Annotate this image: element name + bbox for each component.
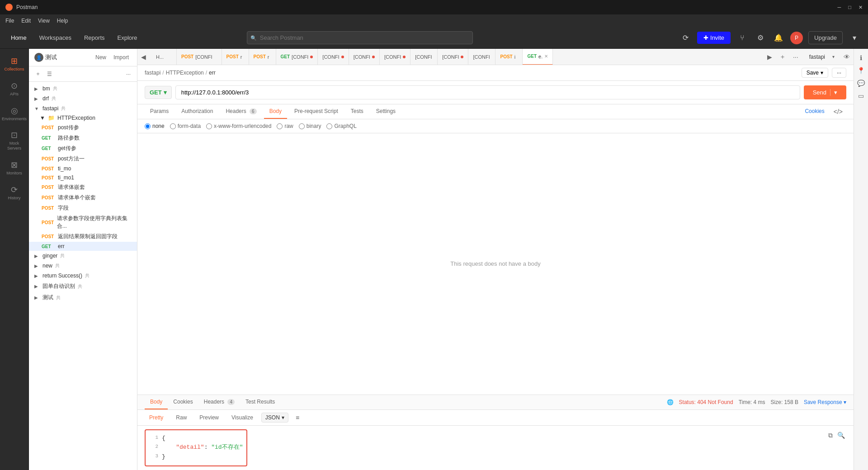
tab-confi-5[interactable]: [CONFI [410, 49, 438, 65]
menu-view[interactable]: View [38, 18, 50, 24]
tab-post-r1[interactable]: POST r [222, 49, 249, 65]
import-button[interactable]: Import [111, 52, 132, 62]
resp-tab-headers[interactable]: Headers 4 [198, 395, 240, 409]
close-button[interactable]: ✕ [859, 5, 863, 10]
more-actions-button[interactable]: ··· [832, 68, 846, 78]
sync-icon[interactable]: ⟳ [679, 32, 692, 44]
list-item[interactable]: POSTpost传参 [29, 122, 137, 133]
body-type-binary[interactable]: binary [299, 123, 321, 129]
search-input[interactable] [247, 31, 473, 44]
save-response-button[interactable]: Save Response ▾ [804, 399, 846, 405]
tab-confi-2[interactable]: [CONFI [318, 49, 349, 65]
list-item[interactable]: POST请求参数字段使用字典列表集合... [29, 213, 137, 231]
expand-icon[interactable]: ▾ [848, 32, 861, 44]
send-dropdown-arrow[interactable]: ▾ [830, 89, 837, 96]
tab-get-confi[interactable]: GET [CONFI [276, 49, 318, 65]
list-item[interactable]: POST返回结果限制返回固字段 [29, 231, 137, 242]
cookies-link[interactable]: Cookies [801, 104, 828, 119]
nav-explore[interactable]: Explore [114, 33, 141, 43]
folder-httpexception[interactable]: ▼ 📁 HTTPException [29, 113, 137, 122]
new-collection-button[interactable]: New [93, 52, 109, 62]
notifications-icon[interactable]: 🔔 [772, 32, 785, 44]
nav-reports[interactable]: Reports [80, 33, 108, 43]
tab-forward-button[interactable]: ▶ [764, 49, 776, 65]
list-item[interactable]: POST请求体单个嵌套 [29, 193, 137, 203]
resp-tab-body[interactable]: Body [145, 395, 168, 409]
send-button[interactable]: Send ▾ [804, 85, 846, 99]
save-button[interactable]: Save ▾ [802, 68, 828, 78]
sidebar-item-collections[interactable]: ⊞ Collections [2, 52, 27, 75]
collection-ginger[interactable]: ▶ ginger 共 [29, 251, 137, 261]
tab-back-button[interactable]: ◀ [137, 49, 150, 65]
list-item-err[interactable]: GETerr [29, 242, 137, 251]
body-type-raw[interactable]: raw [277, 123, 293, 129]
tab-post-i[interactable]: POST i [495, 49, 523, 65]
tab-confi-4[interactable]: [CONFI [380, 49, 410, 65]
list-item[interactable]: POSTpost方法一 [29, 154, 137, 164]
tab-post-r2[interactable]: POST r [249, 49, 276, 65]
breadcrumb-fastapi[interactable]: fastapi [145, 70, 160, 76]
filter-button[interactable]: ☰ [44, 69, 55, 79]
collection-return-success[interactable]: ▶ return Success() 共 [29, 271, 137, 281]
avatar[interactable]: P [790, 32, 803, 44]
invite-button[interactable]: ✚ Invite [697, 32, 731, 44]
tab-add-button[interactable]: ＋ [776, 49, 789, 65]
list-item[interactable]: POST请求体嵌套 [29, 182, 137, 193]
resp-tab-cookies[interactable]: Cookies [168, 395, 198, 409]
format-raw[interactable]: Raw [171, 413, 191, 423]
format-visualize[interactable]: Visualize [227, 413, 258, 423]
format-pretty[interactable]: Pretty [145, 413, 168, 423]
list-item[interactable]: POST字段 [29, 203, 137, 213]
right-icon-panel[interactable]: ▭ [856, 90, 867, 101]
list-item[interactable]: GET路径参数 [29, 133, 137, 143]
right-icon-location[interactable]: 📍 [856, 65, 867, 76]
breadcrumb-httpexception[interactable]: HTTPException [166, 70, 204, 76]
method-select[interactable]: GET ▾ [145, 86, 172, 99]
url-input[interactable] [175, 85, 800, 99]
tab-body[interactable]: Body [264, 104, 287, 119]
right-icon-info[interactable]: ℹ [856, 52, 867, 63]
collection-new[interactable]: ▶ new 共 [29, 261, 137, 271]
tab-params[interactable]: Params [145, 104, 174, 119]
maximize-button[interactable]: □ [848, 5, 851, 10]
sidebar-item-environments[interactable]: ◎ Environments [2, 102, 27, 125]
tab-more-button[interactable]: ··· [789, 49, 802, 65]
tab-history[interactable]: H... [150, 49, 177, 65]
tab-close-button[interactable]: ✕ [544, 54, 548, 59]
tab-headers[interactable]: Headers 6 [220, 104, 262, 119]
list-item[interactable]: POSTti_mo [29, 164, 137, 173]
list-item[interactable]: GETget传参 [29, 143, 137, 154]
fork-icon[interactable]: ⑂ [736, 32, 749, 44]
copy-response-button[interactable]: ⧉ [827, 429, 834, 442]
window-controls[interactable]: ─ □ ✕ [838, 5, 863, 10]
more-options-button[interactable]: ··· [123, 69, 133, 79]
body-type-none[interactable]: none [145, 123, 165, 129]
search-response-button[interactable]: 🔍 [836, 429, 846, 442]
resp-tab-test-results[interactable]: Test Results [240, 395, 280, 409]
collection-test[interactable]: ▶ 测试 共 [29, 292, 137, 303]
tab-tests[interactable]: Tests [345, 104, 369, 119]
tab-pre-request[interactable]: Pre-request Script [289, 104, 344, 119]
body-type-urlencoded[interactable]: x-www-form-urlencoded [206, 123, 271, 129]
sidebar-item-history[interactable]: ⟳ History [2, 181, 27, 204]
menu-edit[interactable]: Edit [21, 18, 31, 24]
body-type-graphql[interactable]: GraphQL [326, 123, 356, 129]
sidebar-item-monitors[interactable]: ⊠ Monitors [2, 156, 27, 179]
settings-icon[interactable]: ⚙ [754, 32, 767, 44]
tab-confi-6[interactable]: [CONFI [438, 49, 468, 65]
save-dropdown-arrow[interactable]: ▾ [821, 70, 823, 76]
nav-home[interactable]: Home [7, 33, 30, 43]
tab-confi-1[interactable]: POST [CONFI [177, 49, 222, 65]
eye-button[interactable]: 👁 [840, 49, 854, 65]
collection-auto[interactable]: ▶ 固单自动识别 共 [29, 281, 137, 292]
body-type-form-data[interactable]: form-data [170, 123, 201, 129]
tab-get-err[interactable]: GET e. ✕ [523, 49, 553, 65]
sidebar-item-apis[interactable]: ⊙ APIs [2, 77, 27, 100]
collection-drf[interactable]: ▶ drf 共 [29, 94, 137, 103]
collection-bm[interactable]: ▶ bm 共 [29, 84, 137, 94]
filter-icon[interactable]: ≡ [296, 414, 299, 421]
minimize-button[interactable]: ─ [838, 5, 841, 10]
format-preview[interactable]: Preview [195, 413, 223, 423]
list-item[interactable]: POSTti_mo1 [29, 173, 137, 182]
sidebar-item-mock-servers[interactable]: ⊡ Mock Servers [2, 127, 27, 155]
